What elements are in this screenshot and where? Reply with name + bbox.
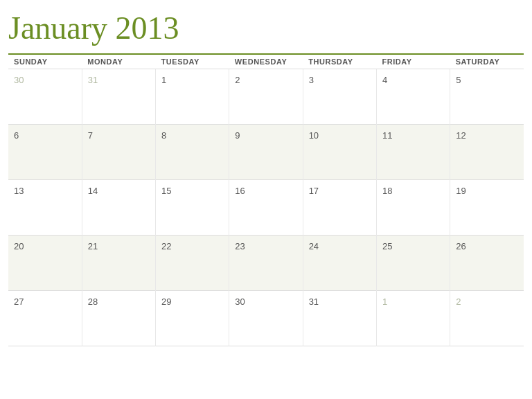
day-number: 14 bbox=[88, 186, 98, 196]
calendar-day[interactable]: 3 bbox=[303, 69, 376, 124]
calendar-day[interactable]: 2 bbox=[229, 69, 303, 124]
day-number: 1 bbox=[161, 75, 166, 85]
weekday-header-thursday: THURSDAY bbox=[303, 54, 376, 69]
weekday-header-wednesday: WEDNESDAY bbox=[229, 54, 303, 69]
calendar-week-3: 13141516171819 bbox=[8, 179, 524, 235]
calendar-day[interactable]: 25 bbox=[376, 235, 450, 290]
day-number: 15 bbox=[161, 186, 171, 196]
day-number: 2 bbox=[235, 75, 240, 85]
day-number: 16 bbox=[235, 186, 245, 196]
calendar-day[interactable]: 19 bbox=[450, 179, 524, 235]
calendar-week-5: 272829303112 bbox=[8, 290, 524, 346]
calendar-day[interactable]: 6 bbox=[8, 124, 82, 179]
calendar-title: January 2013 bbox=[8, 11, 524, 46]
weekday-header-tuesday: TUESDAY bbox=[156, 54, 229, 69]
calendar-day[interactable]: 15 bbox=[156, 179, 229, 235]
day-number: 30 bbox=[235, 296, 245, 307]
day-number: 26 bbox=[456, 241, 466, 251]
weekday-header-monday: MONDAY bbox=[82, 54, 155, 69]
day-number: 23 bbox=[235, 241, 245, 251]
calendar-day[interactable]: 2 bbox=[450, 290, 524, 346]
calendar-day[interactable]: 21 bbox=[82, 235, 155, 290]
calendar-day[interactable]: 16 bbox=[229, 179, 303, 235]
day-number: 21 bbox=[88, 241, 98, 251]
day-number: 7 bbox=[88, 130, 93, 141]
calendar-day[interactable]: 8 bbox=[156, 124, 229, 179]
calendar-day[interactable]: 17 bbox=[303, 179, 376, 235]
day-number: 6 bbox=[14, 130, 19, 141]
day-number: 8 bbox=[161, 130, 166, 141]
calendar-grid: SUNDAYMONDAYTUESDAYWEDNESDAYTHURSDAYFRID… bbox=[8, 53, 524, 346]
day-number: 12 bbox=[456, 130, 466, 141]
day-number: 20 bbox=[14, 241, 24, 251]
calendar-day[interactable]: 10 bbox=[303, 124, 376, 179]
calendar-week-2: 6789101112 bbox=[8, 124, 524, 179]
day-number: 3 bbox=[309, 75, 314, 85]
day-number: 27 bbox=[14, 296, 24, 307]
calendar-day[interactable]: 29 bbox=[156, 290, 229, 346]
day-number: 1 bbox=[382, 296, 387, 307]
calendar-day[interactable]: 23 bbox=[229, 235, 303, 290]
calendar-week-1: 303112345 bbox=[8, 69, 524, 124]
day-number: 4 bbox=[382, 75, 387, 85]
day-number: 19 bbox=[456, 186, 466, 196]
calendar-day[interactable]: 9 bbox=[229, 124, 303, 179]
day-number: 2 bbox=[456, 296, 461, 307]
calendar-day[interactable]: 13 bbox=[8, 179, 82, 235]
weekday-header-sunday: SUNDAY bbox=[8, 54, 82, 69]
calendar-day[interactable]: 4 bbox=[376, 69, 450, 124]
day-number: 13 bbox=[14, 186, 24, 196]
day-number: 31 bbox=[309, 296, 319, 307]
day-number: 30 bbox=[14, 75, 24, 85]
day-number: 11 bbox=[382, 130, 392, 141]
calendar-week-4: 20212223242526 bbox=[8, 235, 524, 290]
calendar-day[interactable]: 30 bbox=[229, 290, 303, 346]
day-number: 25 bbox=[382, 241, 392, 251]
day-number: 17 bbox=[309, 186, 319, 196]
calendar-day[interactable]: 26 bbox=[450, 235, 524, 290]
day-number: 18 bbox=[382, 186, 392, 196]
calendar-day[interactable]: 27 bbox=[8, 290, 82, 346]
calendar-day[interactable]: 22 bbox=[156, 235, 229, 290]
day-number: 9 bbox=[235, 130, 240, 141]
day-number: 31 bbox=[88, 75, 98, 85]
day-number: 28 bbox=[88, 296, 98, 307]
calendar-day[interactable]: 28 bbox=[82, 290, 155, 346]
calendar-day[interactable]: 20 bbox=[8, 235, 82, 290]
day-number: 29 bbox=[161, 296, 171, 307]
day-number: 22 bbox=[161, 241, 171, 251]
calendar-day[interactable]: 5 bbox=[450, 69, 524, 124]
day-number: 5 bbox=[456, 75, 461, 85]
calendar-day[interactable]: 1 bbox=[376, 290, 450, 346]
calendar-day[interactable]: 7 bbox=[82, 124, 155, 179]
calendar-day[interactable]: 14 bbox=[82, 179, 155, 235]
weekday-header-row: SUNDAYMONDAYTUESDAYWEDNESDAYTHURSDAYFRID… bbox=[8, 54, 524, 69]
calendar-day[interactable]: 31 bbox=[82, 69, 155, 124]
calendar-container: January 2013 SUNDAYMONDAYTUESDAYWEDNESDA… bbox=[0, 0, 532, 346]
calendar-day[interactable]: 12 bbox=[450, 124, 524, 179]
day-number: 10 bbox=[309, 130, 319, 141]
calendar-day[interactable]: 11 bbox=[376, 124, 450, 179]
calendar-day[interactable]: 30 bbox=[8, 69, 82, 124]
day-number: 24 bbox=[309, 241, 319, 251]
weekday-header-friday: FRIDAY bbox=[376, 54, 450, 69]
calendar-day[interactable]: 24 bbox=[303, 235, 376, 290]
weekday-header-saturday: SATURDAY bbox=[450, 54, 524, 69]
calendar-day[interactable]: 18 bbox=[376, 179, 450, 235]
calendar-day[interactable]: 1 bbox=[156, 69, 229, 124]
calendar-day[interactable]: 31 bbox=[303, 290, 376, 346]
